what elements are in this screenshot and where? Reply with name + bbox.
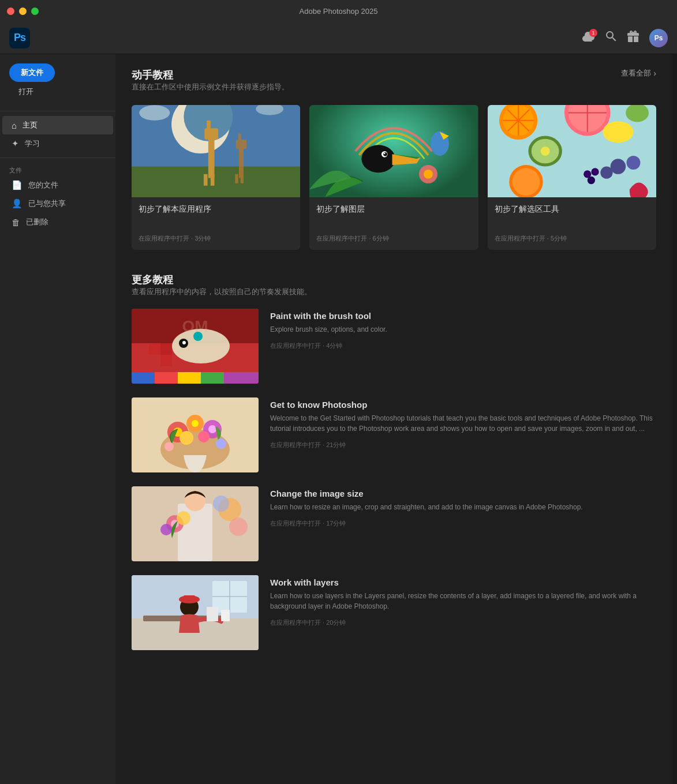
sidebar-item-shared[interactable]: 👤 已与您共享: [2, 194, 113, 213]
sidebar-divider2: [0, 157, 115, 158]
svg-point-74: [216, 438, 226, 449]
photoshop-thumbnail: [132, 397, 259, 472]
svg-rect-51: [155, 372, 178, 384]
hands-on-header: 动手教程 直接在工作区中使用示例文件并获得逐步指导。 查看全部 ›: [132, 68, 656, 102]
svg-rect-53: [201, 372, 224, 384]
svg-point-43: [512, 168, 540, 196]
more-tutorials-section: 更多教程 查看应用程序中的内容，以按照自己的节奏发展技能。: [132, 273, 656, 650]
svg-rect-6: [207, 121, 211, 136]
svg-rect-50: [132, 372, 155, 384]
brush-thumbnail: OM: [132, 309, 259, 384]
view-all-button[interactable]: 查看全部 ›: [621, 68, 656, 78]
layers-item-content: Work with layers Learn how to use layers…: [270, 575, 656, 650]
sidebar-label-deleted: 已删除: [26, 217, 48, 227]
svg-point-17: [362, 145, 395, 172]
maximize-button[interactable]: [31, 7, 39, 15]
learn-icon: ✦: [12, 138, 19, 149]
main-layout: 新文件 打开 ⌂ 主页 ✦ 学习 文件 📄 您的文件 👤 已与您共享: [0, 54, 677, 784]
card-body-3: 初步了解选区工具 在应用程序中打开 · 5分钟: [488, 197, 656, 250]
svg-point-40: [626, 156, 640, 170]
open-button[interactable]: 打开: [9, 84, 106, 99]
search-icon[interactable]: [605, 31, 617, 45]
card-body-1: 初步了解本应用程序 在应用程序中打开 · 3分钟: [132, 197, 300, 250]
sidebar-label-home: 主页: [23, 120, 38, 130]
shared-icon: 👤: [12, 198, 23, 209]
brush-item-title: Paint with the brush tool: [270, 311, 656, 321]
tutorial-card-3[interactable]: 初步了解选区工具 在应用程序中打开 · 5分钟: [488, 105, 656, 250]
sidebar-label-your-files: 您的文件: [28, 180, 58, 190]
new-file-button[interactable]: 新文件: [9, 63, 55, 82]
svg-point-19: [384, 152, 388, 156]
svg-rect-11: [238, 133, 241, 145]
chevron-right-icon: ›: [653, 69, 656, 78]
window-title: Adobe Photoshop 2025: [300, 7, 378, 16]
cloud-icon[interactable]: 1: [582, 31, 595, 44]
svg-text:OM: OM: [182, 317, 208, 335]
svg-rect-59: [160, 355, 172, 366]
card-title-3: 初步了解选区工具: [495, 204, 649, 225]
tutorial-card-2[interactable]: 初步了解图层 在应用程序中打开 · 6分钟: [309, 105, 478, 250]
svg-point-22: [424, 170, 433, 179]
close-button[interactable]: [7, 7, 14, 15]
sidebar: 新文件 打开 ⌂ 主页 ✦ 学习 文件 📄 您的文件 👤 已与您共享: [0, 54, 115, 784]
svg-rect-5: [204, 128, 218, 140]
hands-on-title-block: 动手教程 直接在工作区中使用示例文件并获得逐步指导。: [132, 68, 289, 102]
brush-item-content: Paint with the brush tool Explore brush …: [270, 309, 656, 384]
svg-point-20: [384, 153, 386, 155]
ps-logo: Ps: [9, 28, 30, 48]
layers-item-meta: 在应用程序中打开 · 20分钟: [270, 618, 656, 627]
sidebar-label-shared: 已与您共享: [28, 198, 66, 209]
svg-rect-60: [160, 343, 172, 355]
card-meta-1: 在应用程序中打开 · 3分钟: [139, 234, 293, 243]
svg-rect-94: [221, 610, 230, 621]
card-meta-2: 在应用程序中打开 · 6分钟: [316, 234, 471, 243]
sidebar-item-home[interactable]: ⌂ 主页: [2, 116, 113, 134]
svg-rect-96: [184, 595, 195, 602]
titlebar: Adobe Photoshop 2025: [0, 0, 677, 22]
svg-rect-52: [178, 372, 201, 384]
home-icon: ⌂: [12, 121, 17, 130]
file-icon: 📄: [12, 180, 23, 190]
sidebar-section-files: 文件: [0, 163, 115, 176]
scrollbar[interactable]: [672, 54, 677, 784]
sidebar-item-your-files[interactable]: 📄 您的文件: [2, 176, 113, 194]
tutorial-list-item-resize[interactable]: Change the image size Learn how to resiz…: [132, 486, 656, 561]
svg-point-46: [587, 177, 594, 184]
svg-point-41: [600, 167, 612, 179]
content-area: 动手教程 直接在工作区中使用示例文件并获得逐步指导。 查看全部 ›: [115, 54, 672, 784]
svg-point-68: [192, 420, 199, 427]
svg-point-57: [182, 341, 186, 344]
svg-rect-7: [204, 174, 208, 186]
photoshop-item-meta: 在应用程序中打开 · 21分钟: [270, 441, 656, 449]
trash-icon: 🗑: [12, 217, 20, 227]
layers-thumbnail: [132, 575, 259, 650]
sidebar-divider: [0, 111, 115, 111]
svg-point-39: [610, 159, 626, 174]
avatar[interactable]: Ps: [649, 29, 668, 47]
hands-on-title: 动手教程: [132, 68, 289, 82]
brush-item-meta: 在应用程序中打开 · 4分钟: [270, 342, 656, 350]
gift-icon[interactable]: [627, 31, 639, 45]
resize-item-meta: 在应用程序中打开 · 17分钟: [270, 519, 656, 528]
tutorial-card-1[interactable]: 初步了解本应用程序 在应用程序中打开 · 3分钟: [132, 105, 300, 250]
tutorial-list-item-brush[interactable]: OM Paint with the brush tool Explore bru…: [132, 309, 656, 384]
svg-point-14: [139, 105, 170, 121]
cloud-badge: 1: [589, 29, 597, 37]
tutorial-list-item-photoshop[interactable]: Get to know Photoshop Welcome to the Get…: [132, 397, 656, 472]
sidebar-item-deleted[interactable]: 🗑 已删除: [2, 213, 113, 231]
resize-item-content: Change the image size Learn how to resiz…: [270, 486, 656, 561]
minimize-button[interactable]: [19, 7, 27, 15]
sidebar-label-learn: 学习: [25, 138, 40, 149]
svg-point-80: [177, 511, 190, 525]
app-container: Ps 1 Ps 新文件: [0, 22, 677, 784]
card-meta-3: 在应用程序中打开 · 5分钟: [495, 234, 649, 243]
resize-item-desc: Learn how to resize an image, crop and s…: [270, 502, 656, 512]
svg-point-73: [164, 442, 174, 451]
svg-point-84: [213, 496, 229, 512]
svg-point-38: [603, 121, 633, 142]
tutorial-list-item-layers[interactable]: Work with layers Learn how to use layers…: [132, 575, 656, 650]
more-tutorials-subtitle: 查看应用程序中的内容，以按照自己的节奏发展技能。: [132, 287, 656, 297]
svg-rect-12: [235, 174, 238, 183]
layers-item-title: Work with layers: [270, 577, 656, 587]
sidebar-item-learn[interactable]: ✦ 学习: [2, 134, 113, 153]
